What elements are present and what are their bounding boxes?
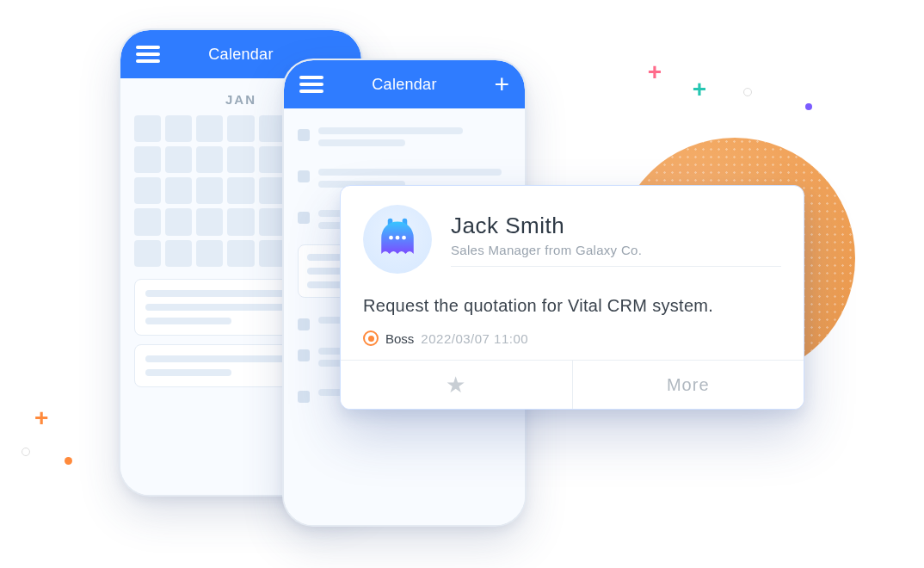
placeholder-line	[145, 318, 231, 324]
checkbox-icon[interactable]	[298, 318, 310, 330]
menu-icon[interactable]	[136, 46, 160, 63]
menu-icon[interactable]	[299, 76, 323, 93]
calendar-day[interactable]	[165, 177, 192, 204]
contact-card: Jack Smith Sales Manager from Galaxy Co.…	[340, 185, 804, 410]
calendar-day[interactable]	[196, 177, 223, 204]
request-text: Request the quotation for Vital CRM syst…	[363, 291, 781, 320]
calendar-day[interactable]	[227, 115, 254, 142]
calendar-day[interactable]	[134, 208, 161, 235]
more-button[interactable]: More	[572, 361, 804, 409]
placeholder-line	[318, 169, 502, 176]
calendar-day[interactable]	[196, 146, 223, 173]
calendar-day[interactable]	[227, 240, 254, 267]
screen-title: Calendar	[208, 46, 273, 64]
user-circle-icon	[363, 330, 379, 346]
checkbox-icon[interactable]	[298, 391, 310, 403]
avatar	[363, 205, 432, 274]
star-icon: ★	[446, 372, 466, 398]
svg-point-4	[402, 236, 406, 240]
decorative-dot	[805, 103, 812, 110]
calendar-day[interactable]	[259, 115, 286, 142]
checkbox-icon[interactable]	[298, 212, 310, 224]
calendar-day[interactable]	[196, 240, 223, 267]
calendar-day[interactable]	[134, 115, 161, 142]
calendar-day[interactable]	[134, 177, 161, 204]
contact-role: Sales Manager from Galaxy Co.	[451, 243, 781, 267]
svg-point-3	[396, 236, 400, 240]
calendar-day[interactable]	[227, 146, 254, 173]
calendar-day[interactable]	[227, 177, 254, 204]
decorative-plus-orange-icon: +	[34, 406, 48, 430]
svg-point-2	[389, 236, 393, 240]
calendar-day[interactable]	[165, 208, 192, 235]
calendar-day[interactable]	[165, 115, 192, 142]
placeholder-line	[318, 127, 463, 134]
contact-name: Jack Smith	[451, 213, 781, 239]
calendar-day[interactable]	[196, 115, 223, 142]
placeholder-line	[318, 139, 405, 146]
checkbox-icon[interactable]	[298, 129, 310, 141]
calendar-day[interactable]	[259, 146, 286, 173]
decorative-dot	[65, 457, 72, 465]
calendar-day[interactable]	[259, 240, 286, 267]
placeholder-line	[145, 369, 231, 376]
favorite-button[interactable]: ★	[341, 361, 572, 409]
monster-avatar-icon	[372, 213, 423, 265]
list-item[interactable]	[298, 120, 511, 158]
decorative-plus-pink-icon: +	[648, 60, 662, 84]
calendar-day[interactable]	[259, 177, 286, 204]
calendar-day[interactable]	[196, 208, 223, 235]
calendar-day[interactable]	[165, 146, 192, 173]
calendar-day[interactable]	[259, 208, 286, 235]
decorative-plus-teal-icon: +	[693, 77, 706, 102]
calendar-day[interactable]	[134, 240, 161, 267]
more-label: More	[667, 375, 710, 395]
add-icon[interactable]: +	[494, 71, 509, 97]
decorative-dot	[743, 88, 752, 96]
timestamp: 2022/03/07 11:00	[421, 331, 528, 346]
assigned-to: Boss	[385, 331, 414, 346]
app-topbar: Calendar +	[284, 60, 525, 108]
calendar-day[interactable]	[165, 240, 192, 267]
calendar-day[interactable]	[134, 146, 161, 173]
assignment-meta: Boss 2022/03/07 11:00	[363, 330, 781, 346]
placeholder-line	[145, 304, 289, 311]
screen-title: Calendar	[372, 76, 436, 94]
decorative-dot	[22, 448, 30, 456]
card-action-bar: ★ More	[341, 360, 804, 409]
calendar-day[interactable]	[227, 208, 254, 235]
checkbox-icon[interactable]	[298, 349, 310, 361]
checkbox-icon[interactable]	[298, 170, 310, 182]
